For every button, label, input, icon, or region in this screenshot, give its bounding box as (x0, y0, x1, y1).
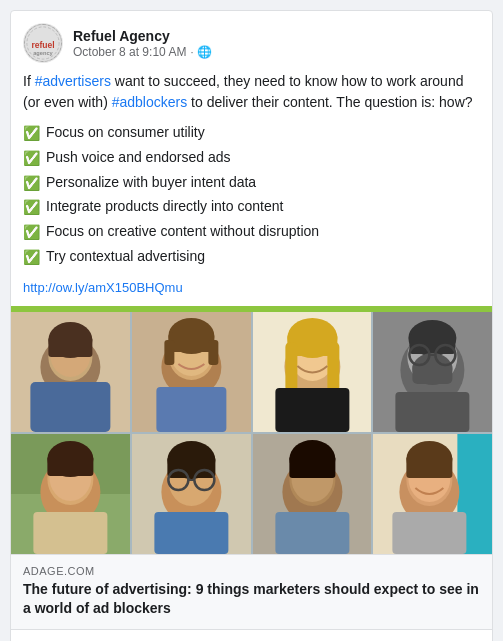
hashtag-adblockers[interactable]: #adblockers (112, 94, 188, 110)
grid-cell-4 (373, 312, 492, 432)
post-link[interactable]: http://ow.ly/amX150BHQmu (23, 280, 183, 295)
checklist-text-2: Push voice and endorsed ads (46, 146, 230, 170)
grid-cell-5 (11, 434, 130, 554)
like-button[interactable]: Like (11, 634, 131, 641)
checklist-item-6: ✅ Try contextual advertising (23, 245, 480, 270)
grid-cell-7 (253, 434, 372, 554)
avatar-image: refuel agency (24, 24, 62, 62)
post-card: refuel agency Refuel Agency October 8 at… (10, 10, 493, 641)
svg-text:agency: agency (33, 50, 53, 56)
checklist-text-1: Focus on consumer utility (46, 121, 205, 145)
post-body: If #advertisers want to succeed, they ne… (11, 71, 492, 306)
svg-rect-46 (47, 456, 93, 476)
hashtag-advertisers[interactable]: #advertisers (35, 73, 111, 89)
svg-rect-10 (48, 337, 92, 357)
svg-rect-20 (156, 387, 226, 432)
page-name[interactable]: Refuel Agency (73, 27, 212, 45)
svg-rect-26 (285, 342, 297, 392)
buffer-button[interactable]: Buffer (372, 634, 492, 641)
check-icon-3: ✅ (23, 172, 40, 196)
svg-rect-33 (410, 334, 456, 354)
article-source: ADAGE.COM (23, 565, 480, 577)
checklist: ✅ Focus on consumer utility ✅ Push voice… (23, 121, 480, 270)
globe-icon: · (190, 46, 193, 58)
svg-rect-71 (393, 512, 467, 554)
grid-cell-2 (132, 312, 251, 432)
grid-cell-8 (373, 434, 492, 554)
checklist-item-3: ✅ Personalize with buyer intent data (23, 171, 480, 196)
checklist-text-6: Try contextual advertising (46, 245, 205, 269)
grid-cell-3 (253, 312, 372, 432)
post-text: If #advertisers want to succeed, they ne… (23, 71, 480, 113)
svg-rect-70 (407, 456, 453, 478)
checklist-item-5: ✅ Focus on creative content without disr… (23, 220, 480, 245)
share-button[interactable]: Share (252, 634, 372, 641)
svg-rect-7 (30, 382, 110, 432)
svg-rect-39 (396, 392, 470, 432)
svg-rect-62 (289, 456, 335, 478)
check-icon-5: ✅ (23, 221, 40, 245)
checklist-text-3: Personalize with buyer intent data (46, 171, 256, 195)
svg-rect-56 (154, 512, 228, 554)
svg-rect-63 (275, 512, 349, 554)
svg-text:refuel: refuel (31, 40, 54, 50)
image-grid (11, 312, 492, 554)
grid-cell-6 (132, 434, 251, 554)
post-meta: Refuel Agency October 8 at 9:10 AM · 🌐 (73, 27, 212, 59)
post-header: refuel agency Refuel Agency October 8 at… (11, 11, 492, 71)
svg-rect-28 (275, 388, 349, 432)
article-title: The future of advertising: 9 things mark… (23, 580, 480, 619)
post-time: October 8 at 9:10 AM · 🌐 (73, 45, 212, 59)
action-bar: Like Comment Share (11, 629, 492, 641)
check-icon-1: ✅ (23, 122, 40, 146)
avatar: refuel agency (23, 23, 63, 63)
checklist-text-4: Integrate products directly into content (46, 195, 283, 219)
svg-rect-19 (208, 340, 218, 365)
visibility-icon: 🌐 (197, 45, 212, 59)
svg-rect-17 (168, 332, 214, 352)
svg-rect-27 (327, 342, 339, 392)
check-icon-2: ✅ (23, 147, 40, 171)
article-preview[interactable]: ADAGE.COM The future of advertising: 9 t… (11, 554, 492, 629)
svg-rect-52 (167, 456, 215, 478)
checklist-item-4: ✅ Integrate products directly into conte… (23, 195, 480, 220)
checklist-item-2: ✅ Push voice and endorsed ads (23, 146, 480, 171)
comment-button[interactable]: Comment (131, 634, 251, 641)
grid-cell-1 (11, 312, 130, 432)
svg-rect-47 (33, 512, 107, 554)
image-preview (11, 306, 492, 554)
check-icon-6: ✅ (23, 246, 40, 270)
check-icon-4: ✅ (23, 196, 40, 220)
checklist-item-1: ✅ Focus on consumer utility (23, 121, 480, 146)
checklist-text-5: Focus on creative content without disrup… (46, 220, 319, 244)
svg-rect-18 (164, 340, 174, 365)
